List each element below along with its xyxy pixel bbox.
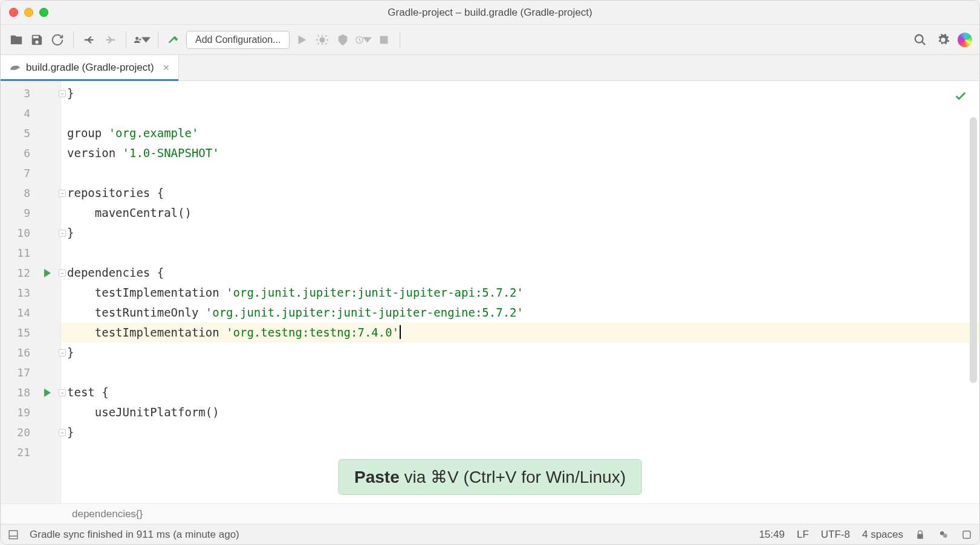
separator (400, 31, 400, 48)
svg-point-4 (915, 34, 923, 42)
line-gutter[interactable]: 3−45678−910−1112−13141516−1718−1920−21 (1, 81, 61, 503)
code-editor[interactable]: 3−45678−910−1112−13141516−1718−1920−21 }… (1, 81, 979, 503)
window-close[interactable] (9, 8, 18, 17)
readonly-lock-icon[interactable] (915, 530, 925, 540)
svg-rect-3 (380, 36, 388, 44)
fold-toggle-icon[interactable]: − (59, 230, 66, 237)
svg-point-1 (320, 37, 325, 42)
separator (73, 31, 74, 48)
run-gutter-icon[interactable] (44, 389, 51, 397)
separator (158, 31, 158, 48)
run-config-dropdown[interactable]: Add Configuration... (186, 31, 290, 49)
build-hammer-icon[interactable] (166, 31, 183, 48)
search-icon[interactable] (912, 31, 929, 48)
svg-rect-8 (963, 531, 970, 538)
sync-icon[interactable] (49, 31, 66, 48)
hint-toast: Paste via ⌘V (Ctrl+V for Win/Linux) (338, 459, 642, 495)
fold-toggle-icon[interactable]: − (59, 349, 66, 356)
svg-point-7 (943, 534, 947, 538)
editor-tabs: build.gradle (Gradle-project) ✕ (1, 55, 979, 81)
stop-icon[interactable] (375, 31, 392, 48)
tab-label: build.gradle (Gradle-project) (26, 62, 154, 74)
inspections-ok-icon[interactable] (954, 89, 967, 105)
line-separator[interactable]: LF (797, 529, 809, 541)
breadcrumb-bar[interactable]: dependencies{} (1, 503, 979, 524)
open-folder-icon[interactable] (8, 31, 25, 48)
window-minimize[interactable] (24, 8, 33, 17)
debug-icon[interactable] (314, 31, 331, 48)
file-encoding[interactable]: UTF-8 (821, 529, 850, 541)
fold-toggle-icon[interactable]: − (59, 190, 66, 197)
status-bar: Gradle sync finished in 911 ms (a minute… (1, 524, 979, 544)
inspections-widget-icon[interactable] (937, 529, 949, 541)
tool-window-icon[interactable] (8, 529, 19, 540)
svg-point-0 (135, 37, 138, 40)
nav-back-icon[interactable] (81, 31, 98, 48)
indent-setting[interactable]: 4 spaces (862, 529, 903, 541)
run-gutter-icon[interactable] (44, 269, 51, 277)
gradle-file-icon (9, 62, 21, 74)
memory-indicator-icon[interactable] (961, 529, 972, 540)
toast-rest: via ⌘V (Ctrl+V for Win/Linux) (400, 468, 626, 486)
toast-bold: Paste (354, 468, 400, 486)
titlebar: Gradle-project – build.gradle (Gradle-pr… (1, 1, 979, 25)
fold-toggle-icon[interactable]: − (59, 429, 66, 436)
user-icon[interactable] (134, 31, 151, 48)
close-tab-icon[interactable]: ✕ (163, 63, 170, 73)
breadcrumb-item[interactable]: dependencies{} (72, 508, 143, 520)
cursor-position[interactable]: 15:49 (759, 529, 785, 541)
code-content[interactable]: }group 'org.example'version '1.0-SNAPSHO… (61, 81, 979, 503)
fold-toggle-icon[interactable]: − (59, 269, 66, 277)
status-message: Gradle sync finished in 911 ms (a minute… (30, 529, 239, 541)
jetbrains-logo-icon[interactable] (958, 33, 972, 47)
editor-scrollbar[interactable] (970, 117, 977, 383)
editor-tab[interactable]: build.gradle (Gradle-project) ✕ (1, 55, 179, 80)
profile-icon[interactable] (355, 31, 372, 48)
separator (126, 31, 126, 48)
window-title: Gradle-project – build.gradle (Gradle-pr… (388, 7, 592, 19)
fold-toggle-icon[interactable]: − (59, 389, 66, 396)
main-toolbar: Add Configuration... (1, 25, 979, 55)
coverage-icon[interactable] (334, 31, 351, 48)
nav-forward-icon[interactable] (102, 31, 118, 48)
run-icon[interactable] (293, 31, 310, 48)
svg-rect-5 (9, 530, 18, 539)
settings-gear-icon[interactable] (935, 31, 952, 48)
fold-toggle-icon[interactable]: − (59, 90, 66, 97)
window-maximize[interactable] (39, 8, 48, 17)
save-icon[interactable] (28, 31, 45, 48)
